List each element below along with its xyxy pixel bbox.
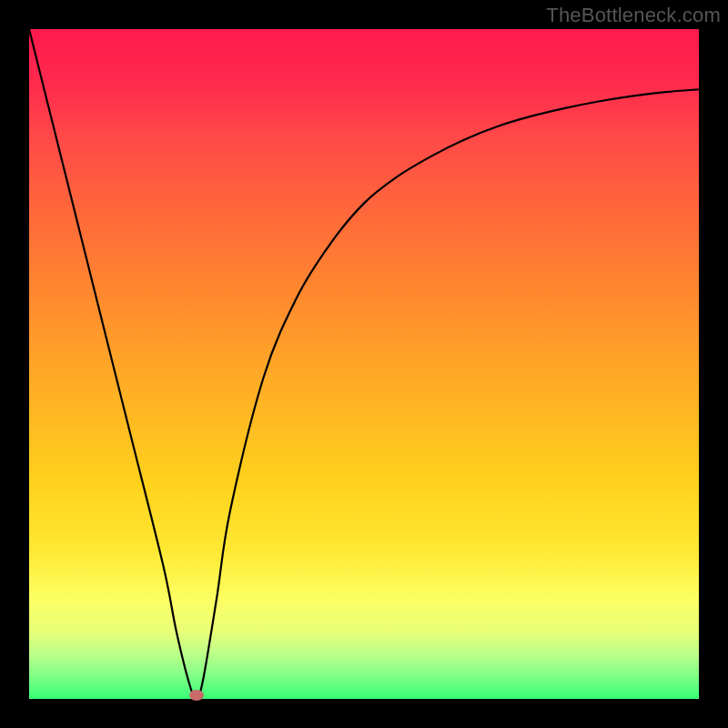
chart-frame: TheBottleneck.com [0,0,728,728]
minimum-marker [189,690,204,701]
bottleneck-curve [29,29,699,699]
watermark-text: TheBottleneck.com [546,4,721,27]
plot-area [29,29,699,699]
